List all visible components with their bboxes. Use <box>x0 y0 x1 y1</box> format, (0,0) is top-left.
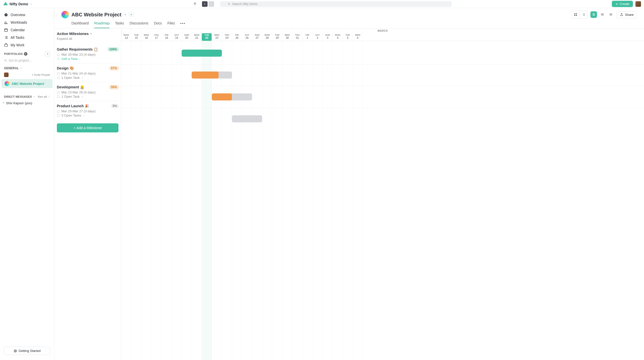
view-toggle <box>571 11 588 19</box>
timeline-day[interactable]: WED6 <box>353 33 363 41</box>
timeline-day[interactable]: THU24 <box>222 33 232 41</box>
tab-files[interactable]: Files <box>168 19 175 28</box>
milestone-tasks-link[interactable]: 1 Open Task <box>57 95 118 98</box>
zoom-day-button[interactable]: D <box>590 11 597 18</box>
svg-rect-3 <box>5 44 8 47</box>
chevron-right-icon <box>48 95 50 98</box>
mini-avatar[interactable] <box>4 73 9 77</box>
timeline-day[interactable]: WED30 <box>282 33 292 41</box>
svg-rect-7 <box>574 13 575 14</box>
timeline-day[interactable]: MON28 <box>262 33 272 41</box>
zoom-controls: D W M <box>590 11 614 18</box>
add-portfolio-button[interactable] <box>45 51 50 56</box>
workspace-switcher[interactable]: Nifty Demo <box>3 2 33 7</box>
tab-tasks[interactable]: Tasks <box>115 19 124 28</box>
tab-docs[interactable]: Docs <box>154 19 162 28</box>
milestone-dates: Mar 23-Mar 26 (4 days) <box>57 90 118 94</box>
timeline-month: MARCH <box>121 28 644 33</box>
tasks-icon <box>57 57 60 60</box>
sidebar-workloads[interactable]: Workloads <box>0 19 54 26</box>
add-milestone-button[interactable]: + Add a Milestone <box>57 123 118 132</box>
notifications-icon[interactable] <box>193 2 197 6</box>
milestone-bar[interactable] <box>232 115 262 122</box>
tab-discussions[interactable]: Discussions <box>130 19 148 28</box>
chevron-right-icon <box>83 114 85 117</box>
dm-user-self[interactable]: Shiv Kapoor (you) <box>0 100 54 106</box>
list-view-button[interactable] <box>580 11 588 18</box>
invite-people-link[interactable]: + Invite People <box>32 73 50 76</box>
sidebar-overview[interactable]: Overview <box>0 11 54 19</box>
zoom-month-button[interactable]: M <box>608 11 614 18</box>
milestone-bar[interactable] <box>212 93 252 100</box>
timeline: MARCH MON14TUE15WED16THU17FRI18SAT19SUN2… <box>121 28 644 360</box>
user-avatar[interactable] <box>635 1 641 7</box>
expand-all-link[interactable]: Expand all <box>57 37 118 41</box>
timeline-day[interactable]: SAT2 <box>312 33 323 41</box>
getting-started-button[interactable]: Getting Started <box>4 347 50 355</box>
milestone-item[interactable]: Development 👷 50% Mar 23-Mar 26 (4 days)… <box>57 82 118 101</box>
milestone-tasks-link[interactable]: 1 Open Task <box>57 76 118 80</box>
sidebar-alltasks[interactable]: All Tasks <box>0 34 54 41</box>
timeline-day[interactable]: SAT26 <box>242 33 252 41</box>
create-button[interactable]: Create <box>612 1 633 7</box>
search-input[interactable]: Search Nifty Demo <box>220 1 452 7</box>
svg-rect-17 <box>57 110 60 112</box>
tab-dashboard[interactable]: Dashboard <box>71 19 89 28</box>
timeline-day[interactable]: SAT19 <box>172 33 182 41</box>
project-search[interactable]: Go to project... <box>0 58 54 65</box>
svg-point-6 <box>15 350 16 351</box>
help-icon[interactable]: ? <box>24 52 27 56</box>
sidebar-mywork[interactable]: My Work <box>0 41 54 49</box>
timeline-day[interactable]: THU17 <box>151 33 162 41</box>
add-task-link[interactable]: Add a Task... <box>57 57 118 61</box>
portfolios-label: PORTFOLIOS <box>4 52 23 55</box>
svg-rect-15 <box>57 91 60 93</box>
timeline-day[interactable]: FRI1 <box>302 33 312 41</box>
grid-icon <box>574 13 577 16</box>
project-tabs: Dashboard Roadmap Tasks Discussions Docs… <box>71 19 637 28</box>
svg-point-0 <box>228 3 230 5</box>
general-header[interactable]: GENERAL <box>0 65 54 71</box>
portfolios-header: PORTFOLIOS? <box>0 49 54 58</box>
see-all-link[interactable]: See all <box>38 95 50 98</box>
milestone-dates: Mar 21-Mar 24 (4 days) <box>57 71 118 75</box>
timeline-day[interactable]: SUN3 <box>323 33 333 41</box>
milestone-tasks-link[interactable]: 3 Open Tasks <box>57 114 118 117</box>
timeline-day[interactable]: MON4 <box>333 33 343 41</box>
timeline-day[interactable]: SUN20 <box>182 33 192 41</box>
collapse-sidebar-button[interactable] <box>52 13 57 18</box>
tab-roadmap[interactable]: Roadmap <box>94 19 110 28</box>
timeline-day[interactable]: TUE15 <box>131 33 141 41</box>
milestone-item[interactable]: Design 🎨 67% Mar 21-Mar 24 (4 days) 1 Op… <box>57 63 118 82</box>
sidebar-calendar[interactable]: Calendar <box>0 26 54 34</box>
see-all-label: See all <box>38 95 47 98</box>
timeline-day[interactable]: FRI25 <box>232 33 242 41</box>
timeline-day[interactable]: MON21 <box>192 33 202 41</box>
milestone-item[interactable]: Product Launch 🎉 0% Mar 25-Mar 27 (3 day… <box>57 101 118 120</box>
project-title-row: ABC Website Project D W M Share <box>61 11 637 19</box>
milestone-percent: 0% <box>111 104 119 108</box>
chevron-down-icon[interactable] <box>124 13 127 16</box>
timeline-day[interactable]: FRI18 <box>162 33 172 41</box>
milestone-bar-fill <box>182 50 222 57</box>
share-button[interactable]: Share <box>617 11 637 18</box>
sidebar-project-abc[interactable]: ABC Website Project <box>2 79 53 88</box>
timeline-day[interactable]: SUN27 <box>252 33 262 41</box>
automation-button[interactable] <box>129 12 134 17</box>
nav-back-button[interactable] <box>202 1 208 7</box>
milestone-item[interactable]: Gather Requirements 📋 100% Mar 20-Mar 23… <box>57 45 118 63</box>
dm-user-name: Shiv Kapoor (you) <box>6 101 32 105</box>
nav-label: Calendar <box>11 28 25 32</box>
timeline-day[interactable]: THU31 <box>292 33 302 41</box>
milestone-bar[interactable] <box>192 71 232 79</box>
tabs-more-button[interactable] <box>180 19 185 28</box>
timeline-day[interactable]: TUE5 <box>343 33 353 41</box>
timeline-day[interactable]: TUE29 <box>272 33 282 41</box>
milestone-filter[interactable]: Active Milestones <box>57 30 118 37</box>
zoom-week-button[interactable]: W <box>599 11 606 18</box>
svg-rect-16 <box>57 96 59 98</box>
timeline-day[interactable]: WED16 <box>141 33 151 41</box>
milestone-bar[interactable] <box>182 50 222 57</box>
grid-view-button[interactable] <box>572 11 580 18</box>
timeline-day[interactable]: WED23 <box>212 33 222 41</box>
